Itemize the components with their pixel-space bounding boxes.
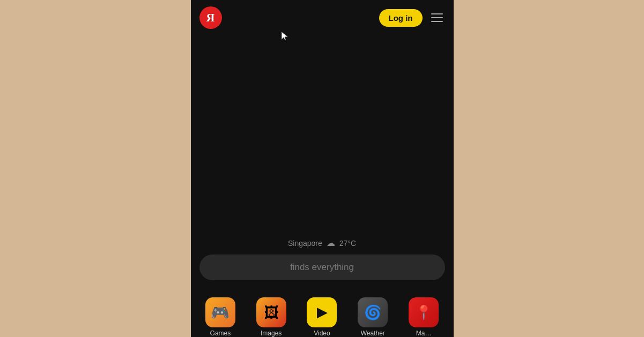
yandex-logo[interactable]: Я — [199, 6, 222, 29]
yandex-logo-letter: Я — [206, 12, 215, 24]
video-icon: ▶ — [307, 297, 337, 327]
icon-item-weather[interactable]: 🌀 Weather — [354, 297, 391, 337]
right-panel — [454, 0, 645, 337]
images-icon: 🖼 — [256, 297, 286, 327]
location-text: Singapore — [288, 239, 322, 248]
bottom-icons-row: 🎮 Games 🖼 Images ▶ Video 🌀 Weather 📍 Ma… — [191, 293, 454, 337]
icon-item-video[interactable]: ▶ Video — [303, 297, 340, 337]
content-area: Singapore ☁ 27°C finds everything — [191, 35, 454, 293]
weather-cloud-icon: ☁ — [327, 238, 335, 248]
menu-line-1 — [431, 13, 443, 14]
menu-button[interactable] — [429, 11, 445, 24]
icon-item-images[interactable]: 🖼 Images — [253, 297, 290, 337]
weather-info: Singapore ☁ 27°C — [191, 238, 454, 248]
search-placeholder: finds everything — [210, 262, 434, 273]
images-label: Images — [261, 329, 282, 337]
header-right: Log in — [379, 9, 445, 27]
search-bar[interactable]: finds everything — [199, 254, 445, 280]
icon-item-games[interactable]: 🎮 Games — [202, 297, 239, 337]
menu-line-2 — [431, 17, 443, 18]
weather-app-icon: 🌀 — [358, 297, 388, 327]
maps-label: Ma… — [416, 329, 432, 337]
header: Я Log in — [191, 0, 454, 35]
login-button[interactable]: Log in — [379, 9, 423, 27]
menu-line-3 — [431, 21, 443, 22]
temperature-text: 27°C — [339, 239, 356, 248]
video-label: Video — [314, 329, 330, 337]
left-panel — [0, 0, 191, 337]
maps-icon: 📍 — [409, 297, 439, 327]
icon-item-maps[interactable]: 📍 Ma… — [405, 297, 442, 337]
weather-label: Weather — [361, 329, 385, 337]
games-label: Games — [210, 329, 231, 337]
games-icon: 🎮 — [205, 297, 235, 327]
main-phone-panel: Я Log in Singapore ☁ 27°C finds everythi… — [191, 0, 454, 337]
